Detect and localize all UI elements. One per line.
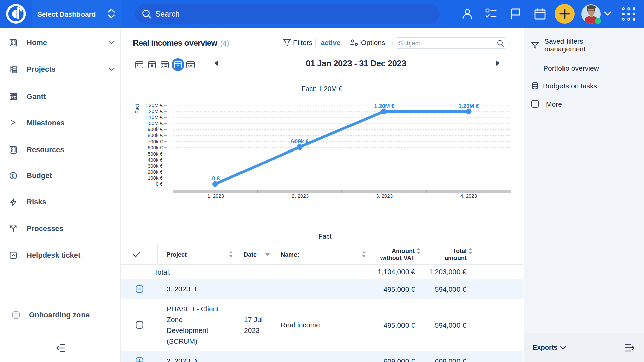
svg-text:0 €: 0 € bbox=[212, 175, 220, 182]
svg-text:2. 2023: 2. 2023 bbox=[292, 193, 309, 199]
svg-text:100k €: 100k € bbox=[148, 175, 163, 181]
svg-text:€: € bbox=[11, 173, 15, 179]
svg-text:4. 2023: 4. 2023 bbox=[460, 193, 477, 199]
svg-text:1.30M €: 1.30M € bbox=[145, 102, 163, 108]
svg-text:200k €: 200k € bbox=[148, 169, 163, 175]
svg-text:900k €: 900k € bbox=[148, 126, 163, 132]
svg-text:600k €: 600k € bbox=[148, 145, 163, 150]
svg-text:1.00M €: 1.00M € bbox=[145, 120, 163, 126]
svg-text:1.20M €: 1.20M € bbox=[145, 108, 163, 114]
svg-text:1.20M €: 1.20M € bbox=[374, 103, 395, 109]
svg-text:800k €: 800k € bbox=[148, 132, 163, 138]
svg-text:700k €: 700k € bbox=[148, 139, 163, 144]
svg-text:500k €: 500k € bbox=[148, 151, 163, 157]
svg-text:1.20M €: 1.20M € bbox=[458, 103, 479, 109]
svg-text:300k €: 300k € bbox=[148, 163, 163, 169]
svg-text:0 €: 0 € bbox=[156, 181, 163, 187]
svg-text:400k €: 400k € bbox=[148, 157, 163, 163]
svg-text:1. 2023: 1. 2023 bbox=[207, 193, 224, 199]
svg-text:365: 365 bbox=[188, 65, 193, 68]
svg-text:1.10M €: 1.10M € bbox=[145, 114, 163, 120]
svg-text:609k €: 609k € bbox=[291, 138, 309, 145]
svg-text:3. 2023: 3. 2023 bbox=[376, 193, 393, 199]
